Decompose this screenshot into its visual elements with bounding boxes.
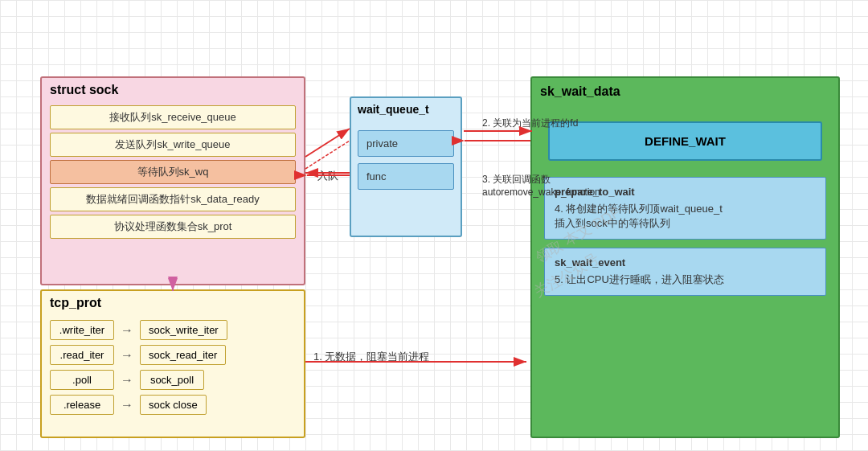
- arrow-icon-3: →: [121, 398, 133, 412]
- wait-queue-box: wait_queue_t private func: [350, 96, 462, 237]
- prepare-wait-desc: 4. 将创建的等待队列顶wait_queue_t插入到sock中的等待队列: [555, 202, 816, 231]
- enqueue-label: 入队: [317, 169, 338, 183]
- sock-item-1: 发送队列sk_write_queue: [50, 133, 296, 157]
- define-wait-label: DEFINE_WAIT: [645, 134, 726, 148]
- wait-queue-title: wait_queue_t: [351, 98, 461, 121]
- tcp-row-2: .poll → sock_poll: [50, 370, 296, 390]
- tcp-row-0: .write_iter → sock_write_iter: [50, 320, 296, 340]
- svg-line-7: [305, 129, 350, 157]
- define-wait-box: DEFINE_WAIT: [548, 121, 822, 161]
- arrow-icon-1: →: [121, 348, 133, 363]
- main-canvas: struct sock 接收队列sk_receive_queue 发送队列sk_…: [0, 0, 868, 451]
- sock-item-3: 数据就绪回调函数指针sk_data_ready: [50, 187, 296, 211]
- wait-queue-item-0: private: [358, 130, 454, 157]
- tcp-left-3: .release: [50, 395, 114, 415]
- label1: 1. 无数据，阻塞当前进程: [313, 350, 429, 364]
- sock-item-2: 等待队列sk_wq: [50, 160, 296, 184]
- tcp-left-0: .write_iter: [50, 320, 114, 340]
- tcp-left-2: .poll: [50, 370, 114, 390]
- wait-queue-item-1: func: [358, 163, 454, 190]
- sk-wait-event-desc: 5. 让出CPU进行睡眠，进入阻塞状态: [555, 273, 816, 287]
- struct-sock-title: struct sock: [42, 78, 304, 102]
- arrow-icon-2: →: [121, 373, 133, 387]
- tcp-row-1: .read_iter → sock_read_iter: [50, 345, 296, 365]
- sock-item-4: 协议处理函数集合sk_prot: [50, 215, 296, 239]
- sk-wait-data-box: sk_wait_data DEFINE_WAIT prepare_to_wait…: [530, 76, 840, 438]
- tcp-prot-title: tcp_prot: [42, 291, 304, 315]
- label2: 2. 关联为当前进程的fd: [482, 117, 578, 130]
- sk-wait-data-title: sk_wait_data: [532, 78, 838, 105]
- tcp-prot-box: tcp_prot .write_iter → sock_write_iter .…: [40, 289, 305, 438]
- arrow-icon-0: →: [121, 323, 133, 338]
- tcp-left-1: .read_iter: [50, 345, 114, 365]
- tcp-right-0: sock_write_iter: [140, 320, 227, 340]
- tcp-row-3: .release → sock close: [50, 395, 296, 415]
- sock-item-0: 接收队列sk_receive_queue: [50, 105, 296, 129]
- sk-wait-event-title: sk_wait_event: [555, 256, 816, 269]
- struct-sock-box: struct sock 接收队列sk_receive_queue 发送队列sk_…: [40, 76, 305, 285]
- svg-line-6: [305, 141, 350, 169]
- tcp-right-3: sock close: [140, 395, 207, 415]
- tcp-right-1: sock_read_iter: [140, 345, 226, 365]
- tcp-right-2: sock_poll: [140, 370, 204, 390]
- sk-wait-event-box: sk_wait_event 5. 让出CPU进行睡眠，进入阻塞状态: [544, 248, 826, 296]
- label3: 3. 关联回调函数autoremove_wake_function: [482, 173, 600, 198]
